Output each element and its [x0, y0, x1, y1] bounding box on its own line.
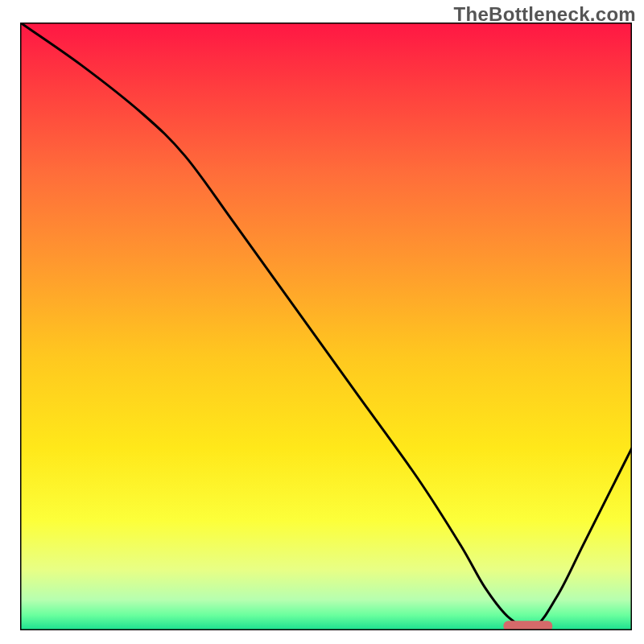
optimum-marker — [503, 621, 552, 630]
watermark-text: TheBottleneck.com — [454, 3, 636, 26]
chart-svg — [20, 23, 632, 630]
plot-area — [20, 23, 632, 630]
chart-stage: TheBottleneck.com — [0, 0, 644, 644]
gradient-background — [20, 23, 632, 630]
